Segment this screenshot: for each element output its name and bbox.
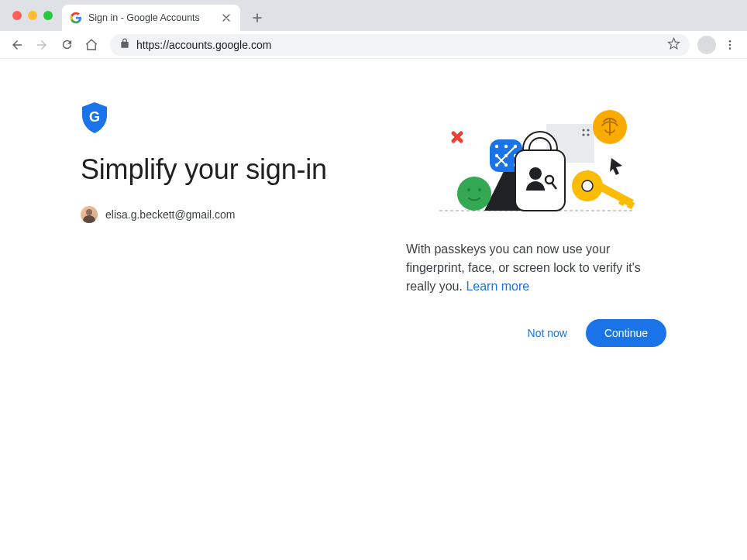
svg-point-24 (582, 133, 584, 136)
back-button[interactable] (6, 34, 28, 56)
svg-point-33 (529, 167, 542, 180)
page-title: Simplify your sign-in (81, 153, 391, 186)
svg-text:G: G (89, 109, 100, 125)
close-tab-button[interactable] (220, 12, 232, 24)
description-text: With passkeys you can now use your finge… (406, 240, 666, 296)
svg-point-6 (457, 177, 491, 211)
svg-rect-29 (597, 183, 634, 207)
google-shield-icon: G (81, 102, 108, 133)
svg-point-2 (729, 47, 732, 50)
url-text: https://accounts.google.com (136, 39, 661, 51)
account-email: elisa.g.beckett@gmail.com (105, 208, 236, 221)
kebab-menu-button[interactable] (719, 34, 741, 56)
passkey-illustration (432, 102, 641, 218)
bookmark-star-icon[interactable] (667, 37, 680, 53)
svg-point-28 (582, 180, 593, 191)
user-avatar-icon (81, 206, 98, 223)
window-controls (12, 11, 53, 20)
browser-tab[interactable]: Sign in - Google Accounts (62, 5, 240, 31)
new-tab-button[interactable] (246, 7, 268, 29)
svg-point-25 (587, 133, 589, 136)
left-column: G Simplify your sign-in elisa.g.beckett@… (81, 102, 391, 347)
minimize-window-button[interactable] (28, 11, 37, 20)
address-bar[interactable]: https://accounts.google.com (110, 34, 690, 56)
home-button[interactable] (81, 34, 102, 56)
learn-more-link[interactable]: Learn more (466, 280, 529, 293)
svg-rect-32 (515, 150, 565, 211)
maximize-window-button[interactable] (43, 11, 53, 20)
reload-button[interactable] (56, 34, 77, 56)
svg-point-0 (729, 40, 732, 43)
not-now-button[interactable]: Not now (515, 319, 580, 347)
lock-icon (119, 38, 130, 51)
svg-point-23 (587, 129, 589, 131)
tab-title: Sign in - Google Accounts (88, 12, 214, 23)
browser-tab-strip: Sign in - Google Accounts (0, 0, 747, 31)
svg-marker-26 (610, 158, 622, 175)
browser-toolbar: https://accounts.google.com (0, 31, 747, 59)
svg-point-22 (582, 129, 584, 131)
forward-button[interactable] (31, 34, 53, 56)
account-row[interactable]: elisa.g.beckett@gmail.com (81, 206, 391, 223)
page-content: G Simplify your sign-in elisa.g.beckett@… (0, 59, 747, 347)
svg-point-7 (467, 188, 470, 191)
svg-point-11 (504, 145, 508, 148)
profile-avatar-button[interactable] (697, 36, 716, 54)
right-column: With passkeys you can now use your finge… (406, 102, 666, 347)
action-buttons: Not now Continue (406, 319, 666, 347)
svg-point-10 (495, 145, 498, 148)
svg-point-8 (478, 188, 481, 191)
continue-button[interactable]: Continue (586, 319, 666, 347)
svg-point-1 (729, 43, 732, 46)
close-window-button[interactable] (12, 11, 22, 20)
google-favicon-icon (70, 12, 82, 24)
